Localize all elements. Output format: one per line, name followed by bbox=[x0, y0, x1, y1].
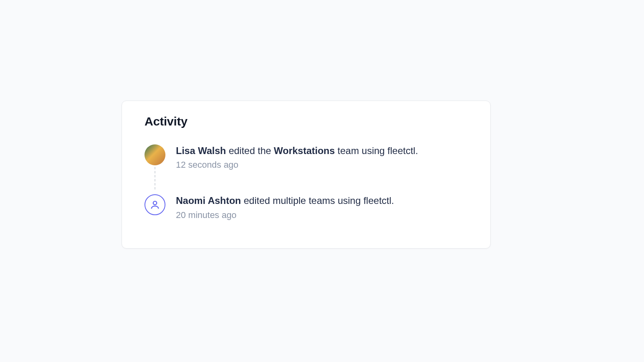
activity-timestamp: 12 seconds ago bbox=[176, 160, 468, 170]
actor-name: Lisa Walsh bbox=[176, 145, 226, 156]
activity-verb: edited multiple teams using fleetctl. bbox=[241, 195, 394, 206]
svg-point-0 bbox=[153, 202, 157, 205]
avatar-column bbox=[144, 194, 176, 215]
timeline-connector bbox=[155, 167, 155, 189]
avatar-column bbox=[144, 144, 176, 165]
user-placeholder-icon bbox=[144, 194, 165, 215]
activity-verb: edited the bbox=[226, 145, 274, 156]
activity-text: Lisa Walsh edited the Workstations team … bbox=[176, 144, 468, 170]
activity-card: Activity Lisa Walsh edited the Workstati… bbox=[122, 101, 491, 249]
activity-row: Lisa Walsh edited the Workstations team … bbox=[144, 144, 468, 170]
activity-timestamp: 20 minutes ago bbox=[176, 210, 468, 220]
activity-row: Naomi Ashton edited multiple teams using… bbox=[144, 194, 468, 220]
activity-verb-post: team using fleetctl. bbox=[335, 145, 418, 156]
activity-description: Naomi Ashton edited multiple teams using… bbox=[176, 194, 468, 207]
activity-object: Workstations bbox=[274, 145, 335, 156]
person-icon bbox=[150, 200, 160, 210]
activity-text: Naomi Ashton edited multiple teams using… bbox=[176, 194, 468, 220]
activity-title: Activity bbox=[144, 115, 468, 128]
activity-feed: Lisa Walsh edited the Workstations team … bbox=[144, 144, 468, 220]
actor-name: Naomi Ashton bbox=[176, 195, 241, 206]
activity-description: Lisa Walsh edited the Workstations team … bbox=[176, 144, 468, 157]
user-avatar bbox=[144, 144, 165, 165]
